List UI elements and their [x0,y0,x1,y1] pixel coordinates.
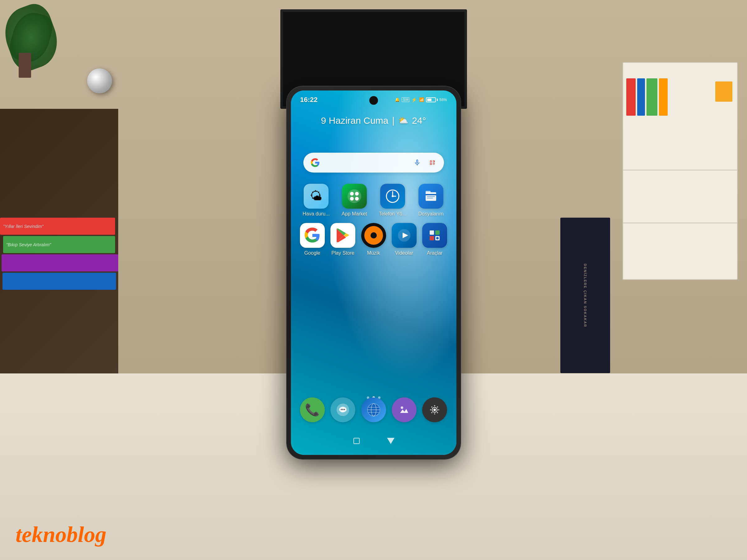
svg-point-31 [401,406,403,409]
music-icon [361,223,386,248]
bluetooth-icon: ⚡ [411,97,417,103]
svg-point-4 [355,197,359,201]
nav-square-button[interactable] [352,436,361,446]
app-appmarket[interactable]: App Market [337,184,371,217]
dock-settings[interactable] [419,397,450,422]
svg-point-38 [438,409,439,410]
temperature-text: 24° [412,115,426,126]
nav-back-button[interactable] [386,436,395,446]
app-grid: 🌤 Hava duru... [297,184,450,262]
svg-rect-15 [435,231,440,235]
app-playstore[interactable]: Play Store [328,223,358,256]
weather-app-icon: 🌤 [304,184,329,209]
app-weather[interactable]: 🌤 Hava duru... [299,184,333,217]
weather-icon: ⛅ [398,116,408,125]
app-dock: 📞 [297,393,450,427]
status-icons: 🔔 SIM ⚡ 📶 56% [395,97,447,103]
playstore-icon [330,223,355,248]
google-g-logo [310,157,321,168]
phone-body: 16:22 🔔 SIM ⚡ 📶 5 [287,86,461,459]
book-stack-left: "Yıllar İleri Sevindim" "Bıkıp Seviye Ar… [0,218,134,291]
weather-app-label: Hava duru... [302,211,330,217]
appmarket-icon [342,184,367,209]
svg-point-34 [433,408,436,411]
svg-rect-11 [426,191,431,193]
app-videos[interactable]: Videolar [389,223,419,256]
date-text: 9 Haziran Cuma [321,115,389,126]
dock-messages-icon [330,397,355,422]
status-bar: 16:22 🔔 SIM ⚡ 📶 5 [291,90,457,109]
microphone-icon[interactable] [412,157,423,168]
svg-point-37 [430,409,431,410]
dock-phone[interactable]: 📞 [297,397,328,422]
svg-point-6 [392,195,393,197]
files-app-label: Dosyalarım [418,211,444,217]
videos-icon [392,223,417,248]
phone-device: 16:22 🔔 SIM ⚡ 📶 5 [287,86,461,459]
nav-back-icon [387,438,394,444]
svg-point-35 [434,405,435,406]
svg-point-36 [434,413,435,415]
svg-rect-10 [427,198,433,198]
svg-rect-9 [427,196,435,197]
app-tools[interactable]: Araçlar [419,223,450,256]
svg-point-3 [350,197,354,201]
navigation-bar [297,433,450,449]
svg-point-1 [350,192,354,195]
svg-point-22 [342,409,343,410]
svg-point-2 [355,192,359,195]
yellow-box [715,81,732,102]
dock-gallery-icon [392,397,417,422]
dock-gallery[interactable] [389,397,419,422]
app-google[interactable]: Google [297,223,328,256]
nav-square-icon [354,438,360,444]
dock-browser-icon [361,397,386,422]
date-weather-widget: 9 Haziran Cuma | ⛅ 24° [321,115,426,126]
app-row-1: 🌤 Hava duru... [297,184,450,217]
shelf-unit [622,62,738,280]
teknoblog-watermark: teknoblog [16,522,106,548]
svg-point-23 [344,409,345,410]
music-app-label: Müzik [367,250,380,256]
svg-rect-14 [430,231,434,235]
app-music[interactable]: Müzik [358,223,389,256]
svg-rect-8 [426,194,436,195]
svg-point-18 [436,237,439,239]
app-files[interactable]: Dosyalarım [414,184,448,217]
videos-app-label: Videolar [395,250,413,256]
google-app-label: Google [304,250,320,256]
playstore-app-label: Play Store [331,250,354,256]
search-bar[interactable] [303,153,444,172]
phone-screen[interactable]: 16:22 🔔 SIM ⚡ 📶 5 [291,90,457,455]
svg-point-41 [431,412,433,413]
status-time: 16:22 [300,96,318,104]
app-phonemanager[interactable]: Telefon Yö... [376,184,410,217]
date-separator: | [392,115,394,126]
battery-percent: 56% [439,98,447,102]
battery-indicator: 56% [426,97,447,102]
google-icon [300,223,325,248]
phonemanager-app-label: Telefon Yö... [379,211,407,217]
dock-phone-icon: 📞 [300,397,325,422]
plant [0,0,62,93]
dock-messages[interactable] [328,397,358,422]
tools-icon [422,223,447,248]
notification-icon: 🔔 [395,97,400,102]
svg-point-39 [431,406,433,408]
svg-point-30 [398,404,410,416]
svg-point-0 [347,189,361,203]
app-row-2: Google Play Store [297,223,450,256]
signal-icon: 📶 [419,97,424,102]
sim-icon: SIM [402,97,410,102]
files-icon [418,184,443,209]
dock-browser[interactable] [358,397,389,422]
phonemanager-icon [380,184,405,209]
decorative-ball [87,69,112,93]
camera-lens-icon[interactable] [427,157,438,168]
svg-point-21 [341,409,342,410]
dock-settings-icon [422,397,447,422]
tools-app-label: Araçlar [427,250,443,256]
appmarket-app-label: App Market [342,211,367,217]
svg-point-40 [437,412,438,413]
svg-point-42 [437,406,438,408]
